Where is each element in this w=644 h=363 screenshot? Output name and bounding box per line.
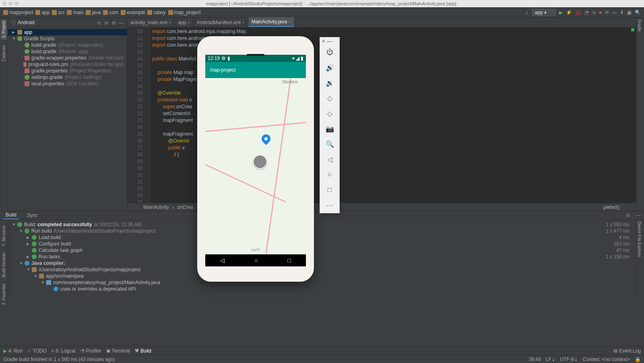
encoding[interactable]: UTF-8⇣ (560, 357, 578, 362)
apply-changes-icon[interactable]: ⚡ (566, 10, 572, 15)
run-config-select[interactable]: app ▾ (532, 9, 556, 16)
file-tab[interactable]: app× (175, 18, 194, 27)
build-row[interactable]: ▼Run build /Users/raboy/AndroidStudioPro… (10, 228, 636, 234)
bottom-build[interactable]: ⚒ Build (135, 348, 151, 354)
build-row[interactable]: ▶Run tasks1 s 156 ms (10, 254, 636, 260)
tree-row[interactable]: proguard-rules.pro (ProGuard Rules for a… (8, 61, 127, 68)
emulator-back-icon[interactable]: ◁ (320, 152, 339, 167)
debug-icon[interactable]: 🐞 (575, 10, 581, 15)
build-row[interactable]: uses or overrides a deprecated API. (10, 286, 636, 292)
bottom-run[interactable]: ▶4: Run (3, 348, 23, 354)
build-tab[interactable]: Build (3, 211, 19, 219)
close-tab-icon[interactable]: × (188, 21, 190, 25)
tree-row[interactable]: local.properties (SDK Location) (8, 80, 127, 87)
map-view[interactable]: Stockton here (205, 78, 306, 254)
search-icon[interactable]: 🔍 (635, 10, 641, 15)
traffic-min[interactable] (8, 2, 12, 6)
emulator-rotate-right-icon[interactable]: ◇ (320, 106, 339, 121)
avatar-marker[interactable] (253, 155, 267, 169)
close-tab-icon[interactable]: × (242, 21, 245, 25)
sdk-manager-icon[interactable]: ⬇ (620, 10, 624, 15)
cursor-pos[interactable]: 38:49 (529, 357, 541, 362)
crumb[interactable]: example (121, 10, 145, 15)
tree-row[interactable]: gradle.properties (Project Properties) (8, 68, 127, 74)
crumb[interactable]: com (103, 10, 118, 15)
crumb[interactable]: java (86, 10, 101, 15)
make-icon[interactable]: ⤓ (525, 10, 529, 15)
attach-debugger-icon[interactable]: ⇲ (592, 10, 596, 15)
left-tab-structure[interactable]: 7: Structure (1, 224, 7, 248)
tree-row[interactable]: settings.gradle (Project Settings) (8, 74, 127, 80)
target-icon[interactable]: ⊕ (104, 20, 109, 25)
lock-icon[interactable]: 🔒 (635, 357, 641, 362)
emulator-minimize-icon[interactable]: — (327, 38, 332, 44)
event-log[interactable]: ▤ Event Log (613, 348, 641, 354)
profiler-icon[interactable]: ◔ (584, 10, 588, 15)
android-back-icon[interactable]: ◁ (220, 257, 225, 264)
bottom-terminal[interactable]: ▣ Terminal (106, 348, 130, 354)
close-tab-icon[interactable]: × (169, 21, 171, 25)
emulator-power-icon[interactable]: ⏻ (320, 45, 339, 60)
left-tab-favorites[interactable]: 2: Favorites (1, 282, 7, 306)
project-view-title[interactable]: Android (18, 20, 34, 25)
emulator-volume-down-icon[interactable]: 🔉 (320, 75, 339, 91)
file-tab[interactable]: AndroidManifest.xml× (194, 18, 248, 27)
bottom-profiler[interactable]: ◔ Profiler (80, 348, 101, 354)
build-row[interactable]: ▶Load build4 ms (10, 234, 636, 241)
file-tab[interactable]: activity_main.xml× (127, 18, 175, 27)
close-tab-icon[interactable]: × (289, 20, 291, 24)
line-sep[interactable]: LF⇣ (546, 357, 555, 362)
build-hide-icon[interactable]: — (636, 212, 641, 218)
right-tab-gradle[interactable]: Gradle (636, 18, 642, 33)
build-row[interactable]: ▼/Users/raboy/AndroidStudioProjects/mapp… (10, 266, 636, 273)
hide-icon[interactable]: — (119, 20, 124, 25)
build-row[interactable]: ▼com/example/raboy/map_project/MainActiv… (10, 279, 636, 286)
emulator-camera-icon[interactable]: 📷 (320, 121, 339, 136)
tree-row[interactable]: build.gradle (Module: app) (8, 48, 127, 55)
layout-inspector-icon[interactable]: ▣ (627, 10, 632, 15)
emulator-zoom-icon[interactable]: 🔍 (320, 136, 339, 152)
crumb[interactable]: raboy (147, 10, 165, 15)
crumb[interactable]: src (52, 10, 64, 15)
left-tab-build-variants[interactable]: Build Variants (1, 251, 7, 279)
build-row[interactable]: ▶Configure build262 ms (10, 241, 636, 247)
traffic-close[interactable] (2, 2, 6, 6)
tree-row[interactable]: gradle-wrapper.properties (Gradle Versio… (8, 55, 127, 61)
emulator-close-icon[interactable]: ✕ (322, 39, 325, 44)
android-overview-icon[interactable]: □ (288, 257, 291, 264)
run-icon[interactable]: ▶ (559, 10, 563, 15)
build-row[interactable]: Calculate task graph47 ms (10, 247, 636, 254)
left-tab-captures[interactable]: Captures (1, 43, 7, 63)
tree-row[interactable]: ▶app (8, 29, 127, 35)
sync-icon[interactable]: ⟳ (605, 10, 609, 15)
avd-manager-icon[interactable]: ▭ (612, 10, 617, 15)
stop-icon[interactable]: ■ (599, 10, 602, 15)
android-home-icon[interactable]: ○ (254, 257, 258, 264)
build-row[interactable]: ▼Build: completed successfully at 10/22/… (10, 221, 636, 228)
right-tab-device-explorer[interactable]: Device File Explorer (636, 220, 642, 259)
emulator-volume-up-icon[interactable]: 🔊 (320, 60, 339, 75)
emulator-screen[interactable]: 12:19⚙▮ ▾◢▮ map-project Stockton here ◁ … (205, 55, 306, 266)
left-tab-project[interactable]: 1: Project (1, 19, 7, 39)
build-row[interactable]: ▼app/src/main/java (10, 273, 636, 279)
crumb[interactable]: mapproject (3, 10, 33, 15)
build-gear-icon[interactable]: ⚙ (626, 212, 630, 218)
emulator-more-icon[interactable]: ⋯ (320, 198, 339, 213)
inspection-indicator[interactable] (631, 28, 634, 31)
emulator-overview-icon[interactable]: □ (320, 182, 339, 198)
map-pin-icon[interactable] (260, 132, 272, 145)
collapse-icon[interactable]: ⊖ (97, 20, 102, 25)
crumb[interactable]: app (35, 10, 50, 15)
build-row[interactable]: ▼Java compiler: (10, 260, 636, 266)
emulator-home-icon[interactable]: ○ (320, 167, 339, 182)
sync-tab[interactable]: Sync (25, 212, 40, 219)
crumb[interactable]: map_project (168, 10, 201, 15)
emulator-rotate-left-icon[interactable]: ◇ (320, 91, 339, 106)
bottom-todo[interactable]: ✓ TODO (27, 348, 46, 354)
traffic-max[interactable] (14, 2, 19, 6)
tree-row[interactable]: build.gradle (Project: mapproject) (8, 42, 127, 48)
bottom-logcat[interactable]: ≡ 6: Logcat (52, 348, 76, 354)
tree-row[interactable]: ▼Gradle Scripts (8, 35, 127, 42)
crumb[interactable]: main (67, 10, 83, 15)
context[interactable]: Context: <no context> (583, 357, 630, 362)
